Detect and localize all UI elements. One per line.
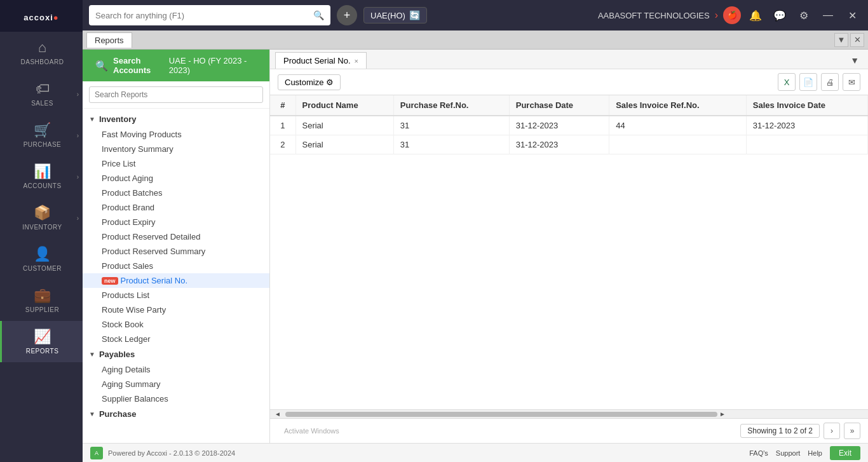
tree-item-label: Price List xyxy=(102,159,135,168)
left-panel: 🔍 Search Accounts UAE - HO (FY 2023 - 20… xyxy=(83,50,270,443)
sidebar: accoxi● ⌂ DASHBOARD 🏷 SALES › 🛒 PURCHASE… xyxy=(0,0,83,462)
tree-group-inventory[interactable]: ▼ Inventory xyxy=(83,111,269,127)
tree-item-label: Supplier Balances xyxy=(102,394,168,404)
export-excel-button[interactable]: X xyxy=(778,73,796,91)
reports-window-tab[interactable]: Reports xyxy=(86,32,132,48)
notifications-button[interactable]: 🔔 xyxy=(746,6,765,25)
sidebar-item-accounts[interactable]: 📊 ACCOUNTS › xyxy=(0,156,83,197)
tree-item-product-reserved-summary[interactable]: Product Reserved Summary xyxy=(83,244,269,259)
tree-item-inventory-summary[interactable]: Inventory Summary xyxy=(83,142,269,156)
sidebar-item-label-inventory: INVENTORY xyxy=(22,224,62,231)
pagination-next-btn[interactable]: › xyxy=(824,423,840,439)
tree-item-price-list[interactable]: Price List xyxy=(83,156,269,171)
customize-label: Customize xyxy=(285,78,323,87)
print-button[interactable]: 🖨 xyxy=(821,73,839,91)
cell-product-name: Serial xyxy=(295,135,393,154)
sidebar-item-supplier[interactable]: 💼 SUPPLIER xyxy=(0,280,83,321)
content-tab-product-serial-no[interactable]: Product Serial No. × xyxy=(275,52,367,69)
sidebar-item-sales[interactable]: 🏷 SALES › xyxy=(0,73,83,114)
top-bar: 🔍 + UAE(HO) 🔄 AABASOFT TECHNOLOGIES › 🍎 … xyxy=(83,0,868,31)
tree-item-fast-moving[interactable]: Fast Moving Products xyxy=(83,127,269,142)
tree-item-products-list[interactable]: Products List xyxy=(83,288,269,302)
tree-item-product-reserved-detailed[interactable]: Product Reserved Detailed xyxy=(83,229,269,244)
tree-item-product-expiry[interactable]: Product Expiry xyxy=(83,215,269,229)
search-reports-input[interactable] xyxy=(89,86,263,103)
sidebar-item-customer[interactable]: 👤 CUSTOMER xyxy=(0,238,83,280)
customize-button[interactable]: Customize ⚙ xyxy=(278,74,341,90)
scroll-thumb[interactable] xyxy=(285,412,717,417)
col-product-name: Product Name xyxy=(295,95,393,116)
close-window-button[interactable]: ✕ xyxy=(843,6,862,25)
search-reports-container xyxy=(83,81,269,109)
global-search-input[interactable] xyxy=(95,11,313,20)
tree-item-stock-book[interactable]: Stock Book xyxy=(83,317,269,332)
tree-item-product-aging[interactable]: Product Aging xyxy=(83,171,269,186)
sidebar-item-inventory[interactable]: 📦 INVENTORY › xyxy=(0,197,83,238)
content-tab-close[interactable]: × xyxy=(355,57,358,65)
sidebar-item-reports[interactable]: 📈 REPORTS xyxy=(0,321,83,362)
window-container: Reports ▼ ✕ 🔍 Search Accounts UAE - HO (… xyxy=(83,31,868,462)
tree-item-product-sales[interactable]: Product Sales xyxy=(83,259,269,273)
tree-item-aging-summary[interactable]: Aging Summary xyxy=(83,377,269,391)
faq-link[interactable]: FAQ's xyxy=(749,449,768,457)
tree-item-label: Product Aging xyxy=(102,173,153,183)
window-dropdown-btn[interactable]: ▼ xyxy=(834,33,848,47)
table-header-row: # Product Name Purchase Ref.No. Purchase… xyxy=(270,95,868,116)
cell-purchase-ref: 31 xyxy=(393,135,509,154)
export-pdf-button[interactable]: 📄 xyxy=(799,73,817,91)
content-tab-dropdown-btn[interactable]: ▼ xyxy=(846,54,863,67)
bottom-bar-left: A Powered by Accoxi - 2.0.13 © 2018-2024 xyxy=(90,447,235,459)
tree-group-payables[interactable]: ▼ Payables xyxy=(83,346,269,362)
company-selector[interactable]: UAE(HO) 🔄 xyxy=(363,7,427,24)
minimize-button[interactable]: — xyxy=(818,6,837,25)
tree-group-purchase[interactable]: ▼ Purchase xyxy=(83,406,269,422)
support-link[interactable]: Support xyxy=(776,449,801,457)
content-tab-label: Product Serial No. xyxy=(283,56,351,65)
purchase-expand-arrow: › xyxy=(77,132,79,139)
main-content: 🔍 + UAE(HO) 🔄 AABASOFT TECHNOLOGIES › 🍎 … xyxy=(83,0,868,462)
reports-icon: 📈 xyxy=(34,329,51,345)
cell-purchase-date: 31-12-2023 xyxy=(509,116,609,135)
global-search-icon: 🔍 xyxy=(313,10,324,20)
horizontal-scrollbar[interactable]: ◄ ► xyxy=(270,409,868,418)
scroll-right-arrow[interactable]: ► xyxy=(717,411,728,418)
messages-button[interactable]: 💬 xyxy=(770,6,789,25)
sidebar-item-purchase[interactable]: 🛒 PURCHASE › xyxy=(0,114,83,156)
sidebar-item-label-purchase: PURCHASE xyxy=(24,141,62,148)
scroll-left-arrow[interactable]: ◄ xyxy=(273,411,283,418)
tree-item-supplier-balances[interactable]: Supplier Balances xyxy=(83,391,269,406)
tree-item-label: Stock Ledger xyxy=(102,334,151,344)
cell-product-name: Serial xyxy=(295,116,393,135)
cell-sales-inv-date: 31-12-2023 xyxy=(746,116,867,135)
green-header: 🔍 Search Accounts UAE - HO (FY 2023 - 20… xyxy=(83,50,269,81)
tree-item-label: Product Batches xyxy=(102,188,162,198)
help-link[interactable]: Help xyxy=(808,449,822,457)
inner-layout: 🔍 Search Accounts UAE - HO (FY 2023 - 20… xyxy=(83,50,868,443)
table-row: 1 Serial 31 31-12-2023 44 31-12-2023 xyxy=(270,116,868,135)
add-new-button[interactable]: + xyxy=(337,5,357,25)
tree-item-stock-ledger[interactable]: Stock Ledger xyxy=(83,332,269,346)
sales-icon: 🏷 xyxy=(36,81,50,97)
purchase-triangle-icon: ▼ xyxy=(89,411,95,418)
user-avatar: 🍎 xyxy=(723,6,741,24)
tree-item-label: Product Reserved Detailed xyxy=(102,232,200,241)
company-selector-label: UAE(HO) xyxy=(370,11,405,20)
tree-item-route-wise-party[interactable]: Route Wise Party xyxy=(83,302,269,317)
cell-num: 1 xyxy=(270,116,295,135)
tree-item-aging-details[interactable]: Aging Details xyxy=(83,362,269,377)
global-search-bar[interactable]: 🔍 xyxy=(89,5,330,25)
email-button[interactable]: ✉ xyxy=(843,73,860,91)
right-panel: Product Serial No. × ▼ Customize ⚙ X xyxy=(270,50,868,443)
tree-item-product-serial-no[interactable]: new Product Serial No. xyxy=(83,273,269,288)
green-search-icon: 🔍 xyxy=(95,60,108,72)
exit-button[interactable]: Exit xyxy=(830,446,860,460)
sidebar-item-dashboard[interactable]: ⌂ DASHBOARD xyxy=(0,32,83,73)
bottom-bar-right: FAQ's Support Help Exit xyxy=(749,446,860,460)
window-close-btn[interactable]: ✕ xyxy=(850,33,864,47)
tree-item-product-brand[interactable]: Product Brand xyxy=(83,200,269,215)
tree-item-product-batches[interactable]: Product Batches xyxy=(83,186,269,200)
tree-item-label: Product Reserved Summary xyxy=(102,247,205,256)
settings-button[interactable]: ⚙ xyxy=(794,6,813,25)
pagination-last-btn[interactable]: » xyxy=(844,423,860,439)
col-purchase-date: Purchase Date xyxy=(509,95,609,116)
